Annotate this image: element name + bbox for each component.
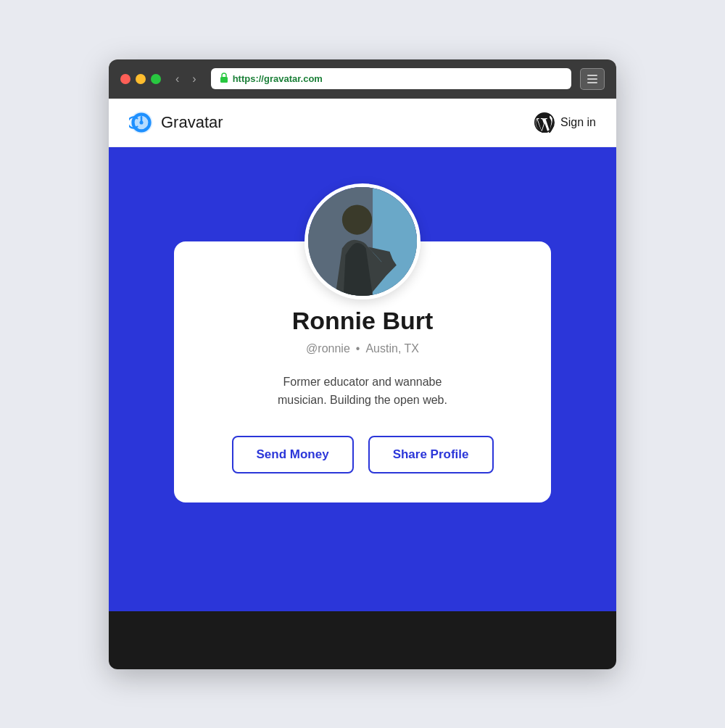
forward-button[interactable]: › xyxy=(186,70,202,88)
profile-card: Ronnie Burt @ronnie • Austin, TX Former … xyxy=(174,241,551,502)
profile-bio: Former educator and wannabe musician. Bu… xyxy=(203,373,522,410)
nav-buttons: ‹ › xyxy=(170,70,202,88)
share-profile-button[interactable]: Share Profile xyxy=(368,436,494,473)
address-bar[interactable]: https://gravatar.com xyxy=(211,68,571,89)
gravatar-brand-name: Gravatar xyxy=(161,113,223,132)
send-money-button[interactable]: Send Money xyxy=(232,436,354,473)
bottom-bar xyxy=(109,611,616,669)
menu-button[interactable] xyxy=(580,68,605,90)
profile-location: Austin, TX xyxy=(365,342,419,355)
profile-meta: @ronnie • Austin, TX xyxy=(203,342,522,355)
gravatar-header: Gravatar Sign in xyxy=(109,99,616,147)
svg-rect-0 xyxy=(220,77,228,83)
svg-point-2 xyxy=(139,120,143,124)
lock-icon xyxy=(220,73,228,85)
profile-actions: Send Money Share Profile xyxy=(203,436,522,473)
profile-section: Ronnie Burt @ronnie • Austin, TX Former … xyxy=(109,147,616,611)
back-button[interactable]: ‹ xyxy=(170,70,185,88)
traffic-lights xyxy=(120,74,161,84)
wordpress-icon xyxy=(534,112,555,133)
meta-dot: • xyxy=(356,342,360,355)
traffic-light-red[interactable] xyxy=(120,74,130,84)
browser-chrome: ‹ › https://gravatar.com xyxy=(109,59,616,99)
gravatar-logo-icon xyxy=(129,110,154,135)
traffic-light-green[interactable] xyxy=(151,74,161,84)
browser-window: ‹ › https://gravatar.com xyxy=(109,59,616,669)
profile-username: @ronnie xyxy=(306,342,350,355)
svg-point-7 xyxy=(342,204,372,234)
traffic-light-yellow[interactable] xyxy=(136,74,146,84)
sign-in-label: Sign in xyxy=(560,116,596,129)
avatar xyxy=(308,187,417,296)
gravatar-logo: Gravatar xyxy=(129,110,223,135)
url-text: https://gravatar.com xyxy=(233,73,323,84)
sign-in-button[interactable]: Sign in xyxy=(534,112,596,133)
profile-name: Ronnie Burt xyxy=(203,307,522,335)
avatar-container xyxy=(304,183,420,299)
